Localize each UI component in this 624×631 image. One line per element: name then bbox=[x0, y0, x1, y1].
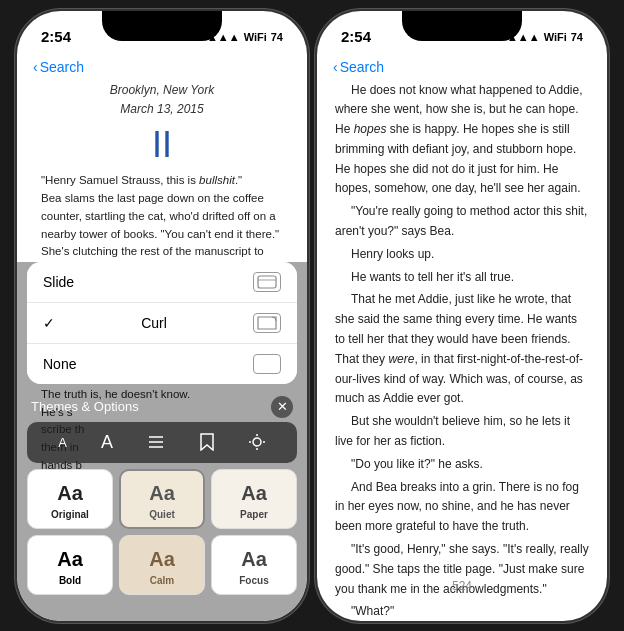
status-icons-right: ▲▲▲ WiFi 74 bbox=[507, 31, 583, 43]
chevron-left-icon-right: ‹ bbox=[333, 59, 338, 75]
themes-grid: Aa Original Aa Quiet Aa Paper Aa Bold bbox=[17, 469, 307, 601]
search-bar-right: ‹ Search bbox=[317, 55, 607, 81]
left-phone: 2:54 ▲▲▲ WiFi 74 ‹ Search Brooklyn, New … bbox=[17, 11, 307, 621]
r-para-6: But she wouldn't believe him, so he lets… bbox=[335, 412, 589, 452]
curl-label: Curl bbox=[141, 315, 167, 331]
slide-option[interactable]: Slide bbox=[27, 262, 297, 303]
curl-option[interactable]: ✓ Curl bbox=[27, 303, 297, 344]
svg-point-5 bbox=[253, 438, 261, 446]
overlay-panel: Slide ✓ Curl None bbox=[17, 262, 307, 621]
scroll-options: Slide ✓ Curl None bbox=[27, 262, 297, 384]
theme-focus-label: Focus bbox=[239, 575, 268, 586]
notch-right bbox=[402, 11, 522, 41]
slide-icon bbox=[253, 272, 281, 292]
right-phone: 2:54 ▲▲▲ WiFi 74 ‹ Search He does not kn… bbox=[317, 11, 607, 621]
r-para-8: And Bea breaks into a grin. There is no … bbox=[335, 478, 589, 537]
bookmark-button[interactable] bbox=[194, 429, 220, 455]
r-para-5: That he met Addie, just like he wrote, t… bbox=[335, 290, 589, 409]
theme-calm-text: Aa bbox=[149, 548, 175, 571]
curl-icon bbox=[253, 313, 281, 333]
page-number: 524 bbox=[317, 579, 607, 593]
chapter-number: II bbox=[41, 123, 283, 166]
notch-left bbox=[102, 11, 222, 41]
r-para-1: He does not know what happened to Addie,… bbox=[335, 81, 589, 200]
back-button-left[interactable]: ‹ Search bbox=[33, 59, 84, 75]
theme-original-text: Aa bbox=[57, 482, 83, 505]
time-right: 2:54 bbox=[341, 28, 371, 45]
r-para-3: Henry looks up. bbox=[335, 245, 589, 265]
status-icons-left: ▲▲▲ WiFi 74 bbox=[207, 31, 283, 43]
themes-title: Themes & Options bbox=[31, 399, 139, 414]
wifi-icon-right: WiFi bbox=[544, 31, 567, 43]
font-small-button[interactable]: A bbox=[52, 431, 73, 454]
none-label: None bbox=[43, 356, 76, 372]
brightness-button[interactable] bbox=[242, 429, 272, 455]
theme-paper-text: Aa bbox=[241, 482, 267, 505]
theme-paper[interactable]: Aa Paper bbox=[211, 469, 297, 529]
book-location: Brooklyn, New York March 13, 2015 bbox=[41, 81, 283, 119]
theme-original[interactable]: Aa Original bbox=[27, 469, 113, 529]
close-button[interactable]: ✕ bbox=[271, 396, 293, 418]
toolbar-row: A A bbox=[27, 422, 297, 463]
theme-calm-label: Calm bbox=[150, 575, 174, 586]
none-icon bbox=[253, 354, 281, 374]
theme-bold[interactable]: Aa Bold bbox=[27, 535, 113, 595]
theme-focus-text: Aa bbox=[241, 548, 267, 571]
r-para-4: He wants to tell her it's all true. bbox=[335, 268, 589, 288]
search-label-right[interactable]: Search bbox=[340, 59, 384, 75]
close-icon: ✕ bbox=[277, 399, 288, 414]
theme-focus[interactable]: Aa Focus bbox=[211, 535, 297, 595]
para-1: "Henry Samuel Strauss, this is bullshit.… bbox=[41, 172, 283, 190]
search-bar-left: ‹ Search bbox=[17, 55, 307, 81]
theme-original-label: Original bbox=[51, 509, 89, 520]
r-para-7: "Do you like it?" he asks. bbox=[335, 455, 589, 475]
font-large-button[interactable]: A bbox=[95, 428, 119, 457]
r-para-2: "You're really going to method actor thi… bbox=[335, 202, 589, 242]
theme-quiet[interactable]: Aa Quiet bbox=[119, 469, 205, 529]
time-left: 2:54 bbox=[41, 28, 71, 45]
checkmark-icon: ✓ bbox=[43, 315, 55, 331]
slide-label: Slide bbox=[43, 274, 74, 290]
none-option[interactable]: None bbox=[27, 344, 297, 384]
theme-calm[interactable]: Aa Calm bbox=[119, 535, 205, 595]
chevron-left-icon: ‹ bbox=[33, 59, 38, 75]
wifi-icon: WiFi bbox=[244, 31, 267, 43]
r-para-10: "What?" bbox=[335, 602, 589, 620]
battery-left: 74 bbox=[271, 31, 283, 43]
reading-content: He does not know what happened to Addie,… bbox=[317, 81, 607, 621]
back-button-right[interactable]: ‹ Search bbox=[333, 59, 384, 75]
theme-bold-text: Aa bbox=[57, 548, 83, 571]
svg-rect-0 bbox=[258, 276, 276, 288]
battery-right: 74 bbox=[571, 31, 583, 43]
search-label-left[interactable]: Search bbox=[40, 59, 84, 75]
theme-bold-label: Bold bbox=[59, 575, 81, 586]
themes-header: Themes & Options ✕ bbox=[17, 390, 307, 422]
phones-container: 2:54 ▲▲▲ WiFi 74 ‹ Search Brooklyn, New … bbox=[17, 11, 607, 621]
spacing-button[interactable] bbox=[141, 431, 171, 453]
theme-quiet-label: Quiet bbox=[149, 509, 175, 520]
theme-paper-label: Paper bbox=[240, 509, 268, 520]
theme-quiet-text: Aa bbox=[149, 482, 175, 505]
